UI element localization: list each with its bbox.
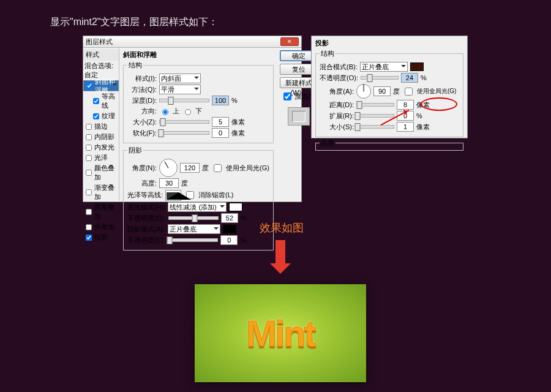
checkbox[interactable] [86, 83, 92, 89]
section-title: 斜面和浮雕 [123, 50, 274, 59]
checkbox[interactable] [86, 124, 92, 130]
group-shading: 阴影 角度(N): 120 度 使用全局光(G) 高度: 30 度 光泽等高线: [123, 146, 274, 251]
style-item-inner-shadow[interactable]: 内阴影 [83, 132, 119, 142]
label: 图案叠加 [94, 203, 118, 221]
technique-select[interactable]: 平滑 [159, 85, 201, 94]
group-shading-legend: 阴影 [127, 146, 143, 155]
global-light-checkbox[interactable] [405, 88, 413, 96]
styles-header: 样式 [83, 49, 119, 61]
label: 颜色叠加 [94, 164, 118, 182]
close-icon[interactable]: ✕ [280, 37, 299, 46]
opacity-slider[interactable] [361, 76, 399, 80]
style-item-color-overlay[interactable]: 颜色叠加 [83, 163, 119, 183]
shadow-color-chip[interactable] [410, 62, 424, 71]
soften-slider[interactable] [159, 131, 209, 135]
angle-unit: 度 [202, 164, 209, 173]
style-item-pattern-overlay[interactable]: 图案叠加 [83, 202, 119, 222]
global-light-label: 使用全局光(G) [226, 164, 269, 173]
titlebar[interactable]: 图层样式 ✕ [83, 36, 301, 48]
style-item-inner-glow[interactable]: 内发光 [83, 142, 119, 153]
caption-top: 显示"mint2"文字图层，图层样式如下： [50, 16, 218, 29]
group-structure: 结构 样式(I): 内斜面 方法(Q): 平滑 深度(D): 100 % 方向: [123, 61, 274, 143]
label: 内发光 [94, 143, 114, 152]
checkbox[interactable] [93, 98, 99, 104]
result-preview: Mint [195, 284, 366, 382]
style-item-stroke[interactable]: 描边 [83, 121, 119, 132]
style-item-satin[interactable]: 光泽 [83, 153, 119, 163]
distance-label: 距离(D): [320, 100, 354, 110]
angle-dial[interactable] [356, 84, 371, 99]
gloss-contour-swatch[interactable] [165, 190, 181, 201]
depth-slider[interactable] [159, 99, 209, 102]
shadow-mode-label: 阴影模式(A): [127, 225, 165, 234]
shadow-opacity-value[interactable]: 0 [220, 235, 238, 245]
group-structure-legend: 结构 [320, 49, 335, 58]
direction-label: 方向: [127, 107, 157, 116]
angle-label: 角度(N): [127, 164, 157, 173]
altitude-value[interactable]: 30 [159, 178, 179, 188]
down-arrow-icon [276, 240, 285, 263]
angle-dial[interactable] [159, 159, 178, 177]
checkbox[interactable] [86, 224, 92, 230]
checkbox[interactable] [86, 145, 92, 151]
checkbox[interactable] [86, 209, 92, 215]
shadow-opacity-slider[interactable] [168, 238, 218, 242]
preview-checkbox[interactable] [283, 92, 291, 100]
opacity-value[interactable]: 24 [401, 73, 418, 83]
checkbox[interactable] [93, 113, 99, 119]
soften-value[interactable]: 0 [212, 128, 229, 138]
anti-alias-label: 消除锯齿(L) [198, 190, 233, 200]
shadow-color-chip[interactable] [223, 225, 236, 233]
spread-unit: % [416, 112, 422, 119]
altitude-unit: 度 [181, 179, 188, 188]
spread-value[interactable]: 0 [397, 111, 414, 121]
checkbox[interactable] [86, 134, 92, 140]
style-label: 样式(I): [127, 74, 157, 83]
gloss-contour-label: 光泽等高线: [127, 190, 163, 200]
global-light-checkbox[interactable] [214, 164, 222, 172]
style-select[interactable]: 内斜面 [159, 74, 201, 83]
size-slider[interactable] [159, 120, 209, 124]
size-unit: 像素 [231, 118, 245, 127]
dialog-title: 图层样式 [86, 37, 113, 47]
checkbox[interactable] [86, 235, 92, 241]
shadow-mode-select[interactable]: 正片叠底 [168, 224, 220, 234]
style-item-outer-glow[interactable]: 外发光 [83, 222, 119, 232]
depth-value[interactable]: 100 [212, 96, 229, 105]
blend-mode-label: 混合模式(B): [320, 62, 358, 72]
distance-value[interactable]: 8 [397, 100, 414, 110]
label: 描边 [94, 122, 108, 131]
size-value[interactable]: 1 [397, 122, 414, 132]
angle-unit: 度 [393, 87, 400, 96]
caption-mid: 效果如图 [260, 221, 304, 235]
style-item-bevel[interactable]: 斜面和浮雕 [83, 80, 119, 91]
highlight-opacity-slider[interactable] [168, 216, 219, 220]
style-item-texture[interactable]: 纹理 [83, 111, 119, 121]
highlight-mode-select[interactable]: 线性减淡 (添加) [168, 202, 227, 212]
size-value[interactable]: 5 [212, 117, 229, 127]
style-item-gradient-overlay[interactable]: 渐变叠加 [83, 183, 119, 202]
angle-value[interactable]: 90 [373, 86, 391, 96]
checkbox[interactable] [86, 170, 92, 176]
technique-label: 方法(Q): [127, 85, 157, 94]
opacity-unit: % [421, 74, 427, 81]
blend-mode-select[interactable]: 正片叠底 [360, 62, 408, 72]
spread-slider[interactable] [356, 114, 394, 118]
preview-swatch [288, 107, 310, 126]
checkbox[interactable] [86, 155, 92, 161]
style-item-drop-shadow[interactable]: 投影 [83, 232, 119, 243]
group-structure-legend: 结构 [127, 61, 143, 70]
label: 内阴影 [94, 132, 114, 141]
checkbox[interactable] [86, 189, 92, 195]
direction-down-radio[interactable] [185, 109, 191, 115]
highlight-opacity-value[interactable]: 52 [221, 213, 238, 223]
angle-value[interactable]: 120 [180, 163, 200, 173]
drop-shadow-dialog: 投影 结构 混合模式(B): 正片叠底 不透明度(O): 24 % 角度(A):… [311, 36, 468, 138]
settings-panel: 斜面和浮雕 结构 样式(I): 内斜面 方法(Q): 平滑 深度(D): 100… [119, 48, 277, 201]
highlight-color-chip[interactable] [229, 203, 242, 211]
soften-label: 软化(F): [127, 129, 157, 138]
size-slider[interactable] [356, 125, 394, 129]
direction-up-radio[interactable] [162, 109, 168, 115]
depth-label: 深度(D): [127, 96, 157, 105]
distance-slider[interactable] [356, 103, 394, 107]
